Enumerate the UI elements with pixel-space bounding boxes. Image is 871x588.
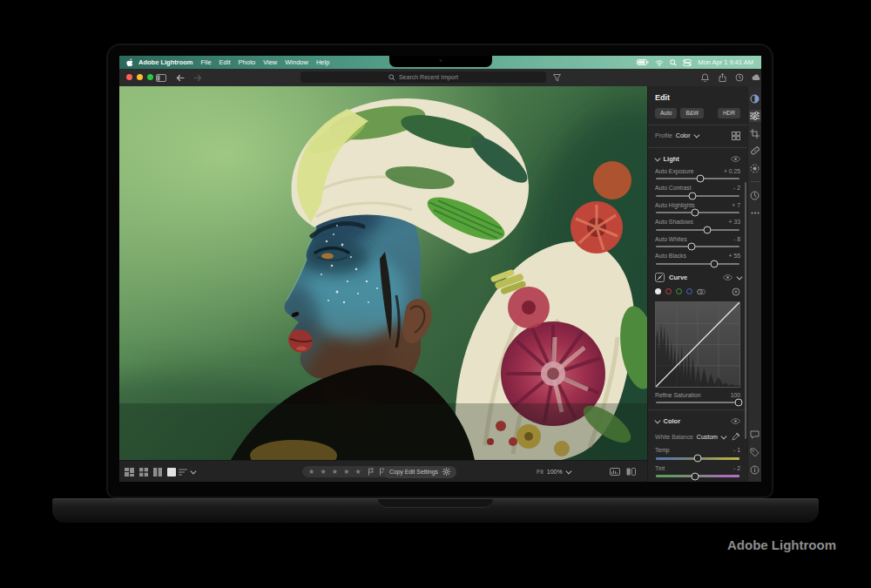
- presets-icon[interactable]: [749, 92, 761, 105]
- close-window-button[interactable]: [126, 74, 132, 80]
- histogram-icon[interactable]: [610, 468, 620, 476]
- detail-view-icon[interactable]: [167, 468, 176, 476]
- hdr-button[interactable]: HDR: [718, 108, 740, 118]
- menubar-app-name[interactable]: Adobe Lightroom: [138, 58, 193, 66]
- pick-flag-icon[interactable]: [368, 468, 375, 476]
- bw-button[interactable]: B&W: [680, 108, 704, 118]
- tint-track[interactable]: [656, 475, 739, 477]
- fit-label[interactable]: Fit: [537, 469, 544, 475]
- slider-track[interactable]: [656, 246, 739, 247]
- menu-item-photo[interactable]: Photo: [239, 58, 256, 66]
- color-section-title[interactable]: Color: [664, 417, 681, 425]
- before-after-icon[interactable]: [626, 468, 636, 476]
- curve-channel-luma[interactable]: [655, 288, 661, 294]
- curve-channel-red[interactable]: [665, 288, 672, 294]
- auto-button[interactable]: Auto: [655, 108, 677, 118]
- keyword-tag-icon[interactable]: [749, 446, 761, 458]
- slider-auto-whites: Auto Whites- 8: [655, 236, 740, 248]
- white-balance-chevron-icon[interactable]: [721, 433, 726, 438]
- filter-icon[interactable]: [551, 72, 562, 83]
- versions-icon[interactable]: [749, 189, 761, 201]
- slider-track[interactable]: [656, 178, 739, 179]
- slider-value: + 0.25: [724, 168, 740, 174]
- photo-canvas[interactable]: [119, 86, 647, 460]
- temp-handle[interactable]: [694, 455, 702, 463]
- info-icon[interactable]: [749, 463, 761, 476]
- search-input[interactable]: Search Recent Import: [300, 71, 546, 83]
- curve-section-title[interactable]: Curve: [669, 274, 687, 281]
- slider-label: Auto Contrast: [655, 185, 692, 191]
- curve-channel-blue[interactable]: [686, 288, 692, 294]
- slider-handle[interactable]: [688, 243, 696, 251]
- menu-item-edit[interactable]: Edit: [219, 58, 231, 66]
- refine-saturation-track[interactable]: [656, 402, 739, 403]
- apple-icon[interactable]: [126, 58, 134, 67]
- search-icon: [388, 74, 395, 81]
- slider-track[interactable]: [656, 212, 739, 213]
- menu-item-view[interactable]: View: [263, 58, 277, 66]
- control-center-icon[interactable]: [683, 59, 692, 66]
- rating-stars[interactable]: ★ ★ ★ ★ ★: [308, 469, 363, 476]
- targeted-adjustment-icon[interactable]: [732, 287, 740, 296]
- zoom-chevron-icon[interactable]: [565, 469, 571, 474]
- curve-visibility-eye-icon[interactable]: [723, 274, 733, 280]
- cloud-icon[interactable]: [751, 72, 761, 83]
- menubar-clock[interactable]: Mon Apr 1 9:41 AM: [698, 58, 753, 66]
- slider-track[interactable]: [656, 195, 739, 197]
- copy-edit-settings-button[interactable]: Copy Edit Settings: [383, 466, 456, 478]
- slider-handle[interactable]: [689, 192, 697, 199]
- square-grid-view-icon[interactable]: [139, 468, 148, 476]
- zoom-level-value[interactable]: 100%: [547, 469, 563, 475]
- light-visibility-eye-icon[interactable]: [731, 156, 740, 162]
- light-section-chevron-icon[interactable]: [655, 155, 660, 160]
- tone-curve-histogram[interactable]: [655, 301, 740, 388]
- curve-section-chevron-icon[interactable]: [736, 274, 741, 279]
- white-balance-value[interactable]: Custom: [697, 434, 718, 440]
- share-icon[interactable]: [717, 72, 727, 83]
- display-notch: [389, 56, 492, 67]
- comments-icon[interactable]: [749, 429, 761, 441]
- gear-icon[interactable]: [442, 468, 450, 476]
- profile-chevron-icon[interactable]: [693, 132, 699, 138]
- photo-grid-view-icon[interactable]: [125, 468, 134, 476]
- menu-item-help[interactable]: Help: [316, 58, 329, 66]
- eyedropper-icon[interactable]: [732, 432, 740, 441]
- menu-item-file[interactable]: File: [201, 58, 212, 66]
- light-section-title[interactable]: Light: [664, 155, 679, 163]
- edit-sliders-icon[interactable]: [749, 110, 761, 122]
- sort-icon[interactable]: [179, 469, 187, 476]
- forward-arrow-icon[interactable]: [192, 72, 203, 83]
- slider-handle[interactable]: [696, 175, 704, 183]
- portrait-photo: [119, 86, 647, 460]
- temp-track[interactable]: [656, 457, 739, 460]
- slider-auto-shadows: Auto Shadows+ 33: [655, 219, 740, 231]
- slider-handle[interactable]: [692, 209, 699, 217]
- more-options-icon[interactable]: [749, 206, 761, 219]
- notifications-icon[interactable]: [699, 72, 710, 83]
- profile-browser-icon[interactable]: [732, 132, 740, 140]
- wifi-icon[interactable]: [655, 59, 664, 66]
- healing-icon[interactable]: [749, 145, 761, 157]
- color-section-chevron-icon[interactable]: [655, 418, 660, 423]
- curve-channel-green[interactable]: [676, 288, 682, 294]
- color-visibility-eye-icon[interactable]: [731, 418, 740, 424]
- slider-handle[interactable]: [703, 226, 711, 233]
- tint-handle[interactable]: [692, 472, 699, 480]
- back-arrow-icon[interactable]: [175, 72, 186, 83]
- panel-scrollbar[interactable]: [745, 182, 746, 439]
- crop-icon[interactable]: [749, 127, 761, 139]
- minimize-window-button[interactable]: [137, 74, 143, 80]
- refine-saturation-handle[interactable]: [735, 399, 743, 407]
- zoom-window-button[interactable]: [147, 74, 153, 80]
- spotlight-icon[interactable]: [670, 59, 677, 66]
- slider-track[interactable]: [656, 229, 739, 231]
- masking-icon[interactable]: [749, 162, 761, 174]
- compare-view-icon[interactable]: [153, 468, 162, 476]
- sync-status-icon[interactable]: [734, 72, 745, 83]
- menu-item-window[interactable]: Window: [285, 58, 308, 66]
- slider-handle[interactable]: [711, 260, 719, 267]
- slider-track[interactable]: [656, 263, 739, 265]
- profile-value[interactable]: Color: [676, 132, 691, 139]
- point-color-icon[interactable]: [697, 288, 706, 295]
- sidebar-toggle-icon[interactable]: [156, 72, 166, 83]
